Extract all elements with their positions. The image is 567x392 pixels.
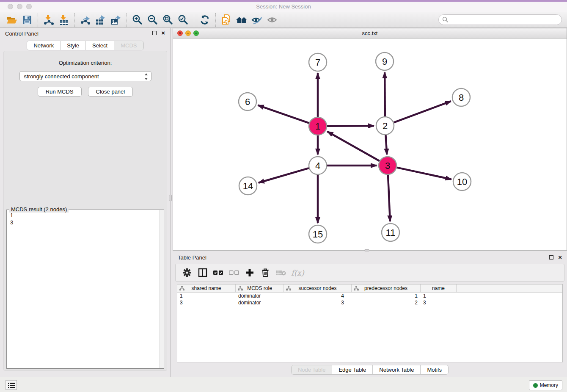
zoom-fit-button[interactable]: [160, 13, 176, 27]
zoom-selected-button[interactable]: [176, 13, 191, 27]
toolbar-separator: [74, 13, 75, 27]
tab-style[interactable]: Style: [61, 41, 86, 50]
zoom-out-icon: [147, 14, 158, 25]
eye-icon: [266, 15, 278, 25]
import-table-icon: [58, 14, 69, 25]
table-row[interactable]: 3 dominator 3 2 3: [177, 299, 562, 306]
table-options-button[interactable]: [179, 266, 195, 279]
search-input[interactable]: [450, 17, 561, 23]
close-panel-icon[interactable]: ×: [558, 254, 562, 261]
column-type-icon: [179, 286, 184, 291]
edge-4-to-14[interactable]: [259, 168, 309, 183]
edge-3-to-10[interactable]: [397, 168, 451, 179]
edge-2-to-3[interactable]: [385, 135, 387, 155]
export-network-button[interactable]: [78, 13, 93, 27]
window-titlebar: Session: New Session: [0, 2, 567, 12]
show-all-button[interactable]: [264, 13, 280, 27]
search-box: [438, 14, 562, 25]
table-panel-header: Table Panel ×: [173, 252, 567, 262]
hide-selected-button[interactable]: [249, 13, 264, 27]
columns-icon: [198, 268, 207, 277]
task-history-button[interactable]: [6, 380, 17, 390]
edge-1-to-6[interactable]: [258, 105, 309, 123]
edge-2-to-8[interactable]: [394, 101, 451, 122]
task-list-icon: [8, 382, 15, 388]
close-panel-icon[interactable]: ×: [161, 29, 165, 36]
memory-button[interactable]: Memory: [529, 380, 562, 390]
table-row[interactable]: 1 dominator 4 1 1: [177, 293, 562, 299]
column-label: name: [432, 285, 445, 291]
tab-select[interactable]: Select: [86, 41, 114, 50]
mcds-result-text[interactable]: 1 3: [7, 210, 164, 228]
select-all-icon: [213, 270, 223, 275]
column-header-predecessor-nodes[interactable]: predecessor nodes: [352, 284, 421, 292]
tab-network-table[interactable]: Network Table: [373, 365, 421, 374]
control-panel-header: Control Panel ×: [0, 28, 171, 39]
network-view-window: × − + scc.txt 7968124314101511: [173, 28, 567, 251]
network-window-title: scc.txt: [173, 30, 567, 36]
mcds-panel: Optimization criterion: strongly connect…: [3, 51, 167, 371]
save-session-button[interactable]: [19, 13, 35, 27]
table-panel-tabs: Node Table Edge Table Network Table Moti…: [173, 365, 567, 375]
node-label-3: 3: [385, 160, 390, 171]
eye-slash-icon: [251, 15, 263, 25]
first-neighbors-button[interactable]: [234, 13, 249, 27]
float-panel-icon[interactable]: [549, 255, 553, 259]
plus-icon: [245, 268, 254, 277]
table-panel: Table Panel ×: [173, 252, 567, 377]
criterion-dropdown[interactable]: strongly connected component: [19, 71, 151, 81]
node-label-11: 11: [386, 227, 396, 238]
criterion-dropdown-value: strongly connected component: [24, 73, 99, 80]
zoom-in-button[interactable]: [130, 13, 145, 27]
tab-node-table[interactable]: Node Table: [292, 365, 333, 374]
node-label-2: 2: [383, 121, 388, 131]
tab-edge-table[interactable]: Edge Table: [332, 365, 373, 374]
column-header-mcds-role[interactable]: MCDS role: [236, 284, 284, 292]
splitter-handle[interactable]: [169, 195, 172, 201]
open-file-button[interactable]: [4, 13, 19, 27]
column-visibility-button[interactable]: [195, 266, 210, 279]
zoom-out-button[interactable]: [145, 13, 160, 27]
column-label: shared name: [191, 285, 221, 291]
gear-icon: [182, 268, 192, 277]
select-all-button[interactable]: [210, 266, 226, 279]
delete-table-button[interactable]: [273, 266, 289, 279]
cell-predecessor-nodes: 2: [352, 299, 421, 306]
edge-3-to-1[interactable]: [328, 132, 380, 161]
export-table-button[interactable]: [93, 13, 108, 27]
function-builder-button[interactable]: f(x): [291, 268, 304, 277]
column-header-successor-nodes[interactable]: successor nodes: [284, 284, 352, 292]
run-mcds-button[interactable]: Run MCDS: [38, 87, 82, 97]
edge-1-to-2[interactable]: [327, 126, 374, 126]
export-image-button[interactable]: [108, 13, 124, 27]
node-label-9: 9: [382, 56, 387, 67]
tab-mcds[interactable]: MCDS: [114, 41, 143, 50]
result-scrollbar[interactable]: [159, 210, 164, 368]
column-header-name[interactable]: name: [421, 284, 457, 292]
clone-network-button[interactable]: [219, 13, 234, 27]
tab-motifs[interactable]: Motifs: [421, 365, 448, 374]
network-canvas[interactable]: 7968124314101511: [173, 39, 567, 250]
edge-2-to-9[interactable]: [385, 72, 385, 116]
apply-layout-button[interactable]: [197, 13, 212, 27]
export-image-icon: [110, 14, 121, 25]
memory-status-icon: [533, 383, 538, 388]
column-type-icon: [238, 286, 243, 291]
add-column-button[interactable]: [242, 266, 257, 279]
cell-name: 3: [421, 299, 457, 306]
edge-3-to-11[interactable]: [388, 175, 390, 221]
deselect-all-button[interactable]: [226, 266, 242, 279]
column-header-shared-name[interactable]: shared name: [177, 284, 236, 292]
optimization-criterion-label: Optimization criterion:: [4, 60, 167, 66]
float-panel-icon[interactable]: [152, 31, 157, 35]
trash-icon: [261, 268, 270, 277]
network-window-titlebar: × − + scc.txt: [173, 28, 567, 39]
tab-network[interactable]: Network: [27, 41, 61, 50]
delete-column-button[interactable]: [257, 266, 273, 279]
import-table-button[interactable]: [56, 13, 72, 27]
memory-label: Memory: [540, 382, 558, 388]
import-network-button[interactable]: [41, 13, 56, 27]
splitter-handle[interactable]: [364, 249, 369, 251]
close-panel-button[interactable]: Close panel: [88, 87, 133, 97]
control-panel-tabs: Network Style Select MCDS: [0, 41, 171, 50]
